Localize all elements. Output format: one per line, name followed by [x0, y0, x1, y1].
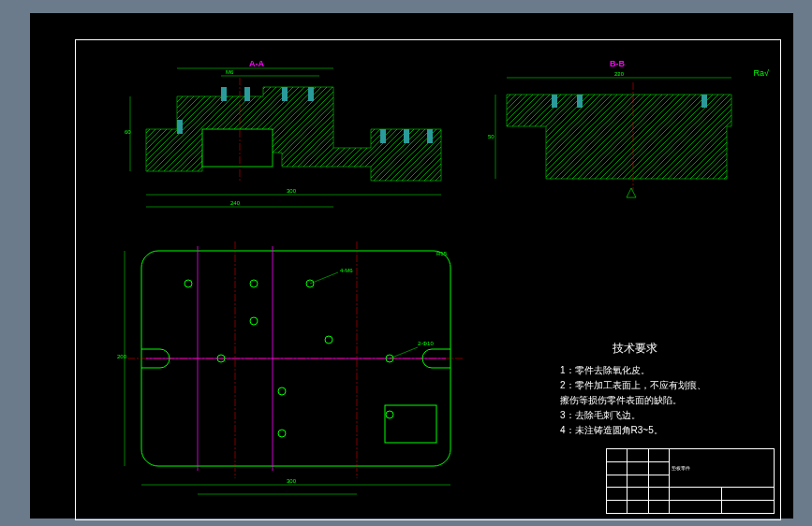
leader-2: [390, 347, 418, 358]
hole-3: [282, 87, 288, 101]
drawing-name: 垫板零件: [670, 449, 775, 488]
hole-tv-1: [185, 280, 192, 287]
section-a-hatch: [146, 87, 441, 181]
tech-req-title: 技术要求: [560, 340, 710, 358]
hole-b2: [577, 95, 583, 108]
surface-mark-global: Ra√: [754, 68, 769, 78]
hole-8: [427, 129, 433, 143]
tech-req-item-1: 1：零件去除氧化皮。: [560, 363, 710, 378]
tech-req-item-4: 4：未注铸造圆角R3~5。: [560, 423, 710, 438]
title-block: 垫板零件: [606, 448, 775, 514]
hole-tv-5: [325, 336, 332, 343]
callout-1: 4-M6: [340, 268, 353, 273]
hole-b1: [552, 95, 557, 108]
section-b-label: B-B: [610, 59, 625, 68]
dim-b-text1: 220: [614, 71, 625, 77]
dim-b-text2: 50: [488, 134, 495, 139]
tech-req-item-3: 3：去除毛刺飞边。: [560, 408, 710, 423]
section-a-view: A-A: [125, 59, 441, 207]
callout-2: 2-Φ10: [418, 341, 434, 346]
surface-symbol: [627, 188, 636, 197]
tech-requirements: 技术要求 1：零件去除氧化皮。 2：零件加工表面上，不应有划痕、擦伤等损伤零件表…: [560, 340, 710, 438]
section-b-hatch: [507, 95, 731, 179]
drawing-border: A-A: [75, 39, 781, 520]
hole-tv-8: [278, 387, 286, 395]
hole-5: [177, 120, 183, 134]
drawing-area[interactable]: A-A: [30, 13, 793, 519]
hole-tv-10: [386, 411, 393, 418]
dim-text-h1: M6: [226, 69, 234, 75]
dim-tv-text-w: 300: [287, 478, 297, 484]
dim-text-v1: 60: [125, 129, 131, 135]
tech-req-item-2: 2：零件加工表面上，不应有划痕、擦伤等损伤零件表面的缺陷。: [560, 378, 710, 408]
hole-tv-2: [250, 280, 258, 287]
section-a-label: A-A: [249, 59, 264, 68]
dim-tv-text-h: 200: [117, 354, 127, 359]
top-view: 300 200 R15 4-M6 2-Φ10: [117, 241, 465, 494]
notch: [385, 405, 436, 443]
hole-7: [404, 129, 409, 143]
cad-workspace: A-A: [0, 0, 812, 526]
dim-text-2: 240: [230, 200, 241, 206]
hole-6: [380, 129, 386, 143]
dim-tv-r: R15: [436, 251, 448, 256]
hole-4: [308, 87, 314, 101]
hole-tv-4: [250, 317, 258, 325]
hole-2: [244, 87, 250, 101]
section-a-cutout: [202, 129, 273, 167]
hole-tv-9: [278, 430, 286, 437]
dim-text-1: 300: [287, 188, 297, 194]
hole-b3: [701, 95, 707, 108]
leader-1: [310, 272, 338, 284]
section-b-view: B-B 220 50: [488, 59, 731, 197]
hole-1: [221, 87, 227, 101]
